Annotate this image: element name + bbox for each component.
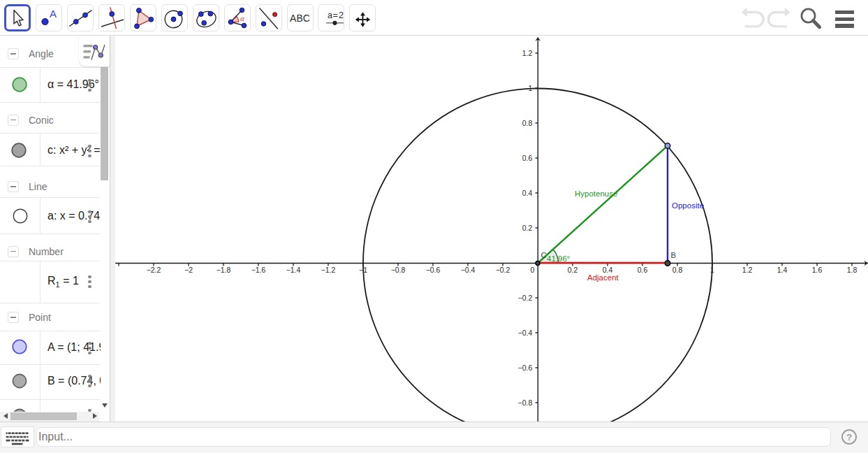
- svg-text:a: a: [328, 10, 332, 20]
- svg-text:0: 0: [530, 266, 534, 274]
- svg-text:−0.6: −0.6: [426, 266, 441, 274]
- svg-text:−0.2: −0.2: [518, 294, 533, 302]
- svg-text:41.96°: 41.96°: [547, 254, 570, 263]
- svg-text:−0.4: −0.4: [518, 329, 533, 337]
- svg-text:1: 1: [528, 84, 532, 92]
- svg-text:0.8: 0.8: [672, 266, 683, 274]
- svg-text:−0.6: −0.6: [518, 364, 533, 372]
- svg-text:−1.8: −1.8: [216, 266, 231, 274]
- svg-text:−0.2: −0.2: [496, 266, 510, 274]
- svg-text:1.6: 1.6: [812, 266, 823, 274]
- svg-text:1.8: 1.8: [847, 266, 858, 274]
- svg-text:−1.2: −1.2: [321, 266, 336, 274]
- svg-text:A: A: [50, 8, 57, 20]
- svg-text:0.6: 0.6: [522, 154, 533, 162]
- svg-text:2: 2: [339, 10, 344, 20]
- svg-text:1: 1: [710, 266, 714, 274]
- svg-text:1.2: 1.2: [522, 49, 533, 57]
- svg-text:Hypotenuse: Hypotenuse: [575, 189, 617, 198]
- svg-text:1.2: 1.2: [742, 266, 753, 274]
- svg-text:−1: −1: [359, 266, 367, 274]
- svg-text:−0.4: −0.4: [461, 266, 476, 274]
- svg-text:=: =: [333, 10, 338, 20]
- svg-text:0.4: 0.4: [522, 189, 533, 197]
- svg-text:0.6: 0.6: [638, 266, 648, 274]
- svg-text:Opposite: Opposite: [672, 201, 704, 210]
- svg-text:−2: −2: [184, 266, 193, 274]
- svg-text:?: ?: [846, 432, 852, 443]
- svg-text:0.8: 0.8: [522, 119, 533, 127]
- svg-text:Adjacent: Adjacent: [587, 273, 619, 282]
- svg-text:−2.2: −2.2: [147, 266, 161, 274]
- svg-text:0.2: 0.2: [522, 224, 533, 232]
- svg-text:−1.4: −1.4: [286, 266, 301, 274]
- svg-text:−0.8: −0.8: [391, 266, 406, 274]
- svg-text:C: C: [541, 251, 547, 259]
- svg-text:B: B: [671, 251, 677, 259]
- svg-text:−1.6: −1.6: [251, 266, 266, 274]
- svg-text:α: α: [240, 14, 244, 22]
- svg-text:1.4: 1.4: [777, 266, 788, 274]
- svg-text:−0.8: −0.8: [518, 398, 533, 407]
- svg-text:0.2: 0.2: [568, 266, 578, 274]
